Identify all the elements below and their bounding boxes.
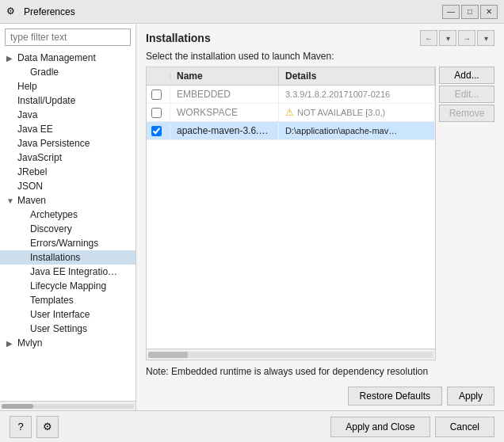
bottom-bar: ? ⚙ Apply and Close Cancel [0, 410, 504, 442]
settings-button[interactable]: ⚙ [36, 416, 59, 438]
checkbox-workspace[interactable] [151, 108, 162, 118]
warning-icon: ⚠ [285, 107, 294, 118]
panel-note: Note: Embedded runtime is always used fo… [136, 360, 504, 382]
sidebar-item-java-ee-integration[interactable]: Java EE Integratio… [0, 265, 136, 279]
fwd-button[interactable]: → [458, 30, 475, 46]
sidebar-item-gradle[interactable]: Gradle [0, 65, 136, 79]
sidebar-item-discovery[interactable]: Discovery [0, 222, 136, 236]
window-title: Preferences [24, 6, 442, 17]
col-check [147, 73, 170, 79]
row-details-workspace: ⚠NOT AVAILABLE [3.0,) [279, 104, 435, 121]
apply-button[interactable]: Apply [447, 387, 494, 406]
filter-input[interactable] [5, 29, 131, 46]
table-hscroll[interactable] [147, 349, 435, 360]
sidebar-item-install-update[interactable]: Install/Update [0, 93, 136, 108]
apply-and-close-button[interactable]: Apply and Close [330, 417, 430, 437]
back-button[interactable]: ← [420, 30, 437, 46]
panel-footer: Restore Defaults Apply [136, 382, 504, 410]
sidebar-item-installations[interactable]: Installations [0, 250, 136, 265]
sidebar-item-data-management[interactable]: ▶ Data Management [0, 51, 136, 65]
checkbox-apache[interactable] [151, 126, 162, 136]
cancel-button[interactable]: Cancel [435, 417, 494, 437]
panel-header: Installations ← ▾ → ▾ [136, 24, 504, 49]
window-controls: — □ ✕ [442, 5, 498, 19]
edit-button[interactable]: Edit... [439, 86, 494, 103]
sidebar-scrollbar[interactable] [0, 401, 136, 410]
bottom-right: Apply and Close Cancel [330, 417, 494, 437]
table-row[interactable]: WORKSPACE ⚠NOT AVAILABLE [3.0,) [147, 104, 435, 122]
sidebar-item-mvlyn[interactable]: ▶ Mvlyn [0, 336, 136, 350]
sidebar: ▶ Data Management Gradle Help Install/Up… [0, 24, 136, 410]
sidebar-item-jrebel[interactable]: JRebel [0, 165, 136, 179]
installations-table: Name Details EMBEDDED 3.3.9/1.8.2.201710… [146, 67, 436, 360]
tree-area: ▶ Data Management Gradle Help Install/Up… [0, 51, 136, 401]
main-area: ▶ Data Management Gradle Help Install/Up… [0, 24, 504, 410]
sidebar-item-errors-warnings[interactable]: Errors/Warnings [0, 236, 136, 250]
restore-defaults-button[interactable]: Restore Defaults [348, 387, 442, 406]
add-button[interactable]: Add... [439, 67, 494, 84]
sidebar-item-help[interactable]: Help [0, 79, 136, 93]
remove-button[interactable]: Remove [439, 105, 494, 122]
panel-title: Installations [146, 32, 211, 44]
row-check-apache[interactable] [147, 123, 170, 139]
table-body: EMBEDDED 3.3.9/1.8.2.20171007-0216 WORKS… [147, 86, 435, 349]
table-header: Name Details [147, 67, 435, 86]
sidebar-item-java-ee[interactable]: Java EE [0, 122, 136, 136]
row-check-embedded[interactable] [147, 86, 170, 103]
help-button[interactable]: ? [10, 416, 32, 438]
table-action-buttons: Add... Edit... Remove [436, 67, 494, 360]
sidebar-item-maven[interactable]: ▼ Maven [0, 193, 136, 208]
row-details-apache: D:\application\apache-mav… [279, 123, 435, 139]
sidebar-item-archetypes[interactable]: Archetypes [0, 208, 136, 222]
menu-button[interactable]: ▾ [477, 30, 494, 46]
sidebar-item-user-settings[interactable]: User Settings [0, 322, 136, 336]
close-button[interactable]: ✕ [480, 5, 498, 19]
maximize-button[interactable]: □ [461, 5, 479, 19]
maven-collapse-arrow: ▼ [6, 196, 17, 205]
panel-description: Select the installation used to launch M… [136, 49, 504, 67]
window-icon: ⚙ [6, 6, 19, 18]
panel-toolbar: ← ▾ → ▾ [420, 30, 494, 46]
col-details: Details [279, 67, 435, 85]
row-check-workspace[interactable] [147, 105, 170, 121]
table-row[interactable]: EMBEDDED 3.3.9/1.8.2.20171007-0216 [147, 86, 435, 104]
sidebar-item-json[interactable]: JSON [0, 179, 136, 193]
sidebar-item-java-persistence[interactable]: Java Persistence [0, 136, 136, 151]
sidebar-item-javascript[interactable]: JavaScript [0, 151, 136, 165]
collapse-arrow: ▶ [6, 54, 17, 63]
fwd-dropdown-button[interactable]: ▾ [439, 30, 456, 46]
table-row[interactable]: apache-maven-3.6.3-bin D:\application\ap… [147, 122, 435, 140]
row-name-embedded: EMBEDDED [170, 86, 279, 103]
right-panel: Installations ← ▾ → ▾ Select the install… [136, 24, 504, 410]
sidebar-item-user-interface[interactable]: User Interface [0, 307, 136, 322]
sidebar-item-lifecycle-mapping[interactable]: Lifecycle Mapping [0, 279, 136, 293]
bottom-left: ? ⚙ [10, 416, 59, 438]
title-bar: ⚙ Preferences — □ ✕ [0, 0, 504, 24]
col-name: Name [170, 67, 279, 85]
sidebar-item-java[interactable]: Java [0, 108, 136, 122]
minimize-button[interactable]: — [442, 5, 460, 19]
sidebar-item-templates[interactable]: Templates [0, 293, 136, 307]
row-name-apache: apache-maven-3.6.3-bin [170, 122, 279, 139]
row-name-workspace: WORKSPACE [170, 104, 279, 121]
row-details-embedded: 3.3.9/1.8.2.20171007-0216 [279, 86, 435, 102]
checkbox-embedded[interactable] [151, 90, 162, 100]
